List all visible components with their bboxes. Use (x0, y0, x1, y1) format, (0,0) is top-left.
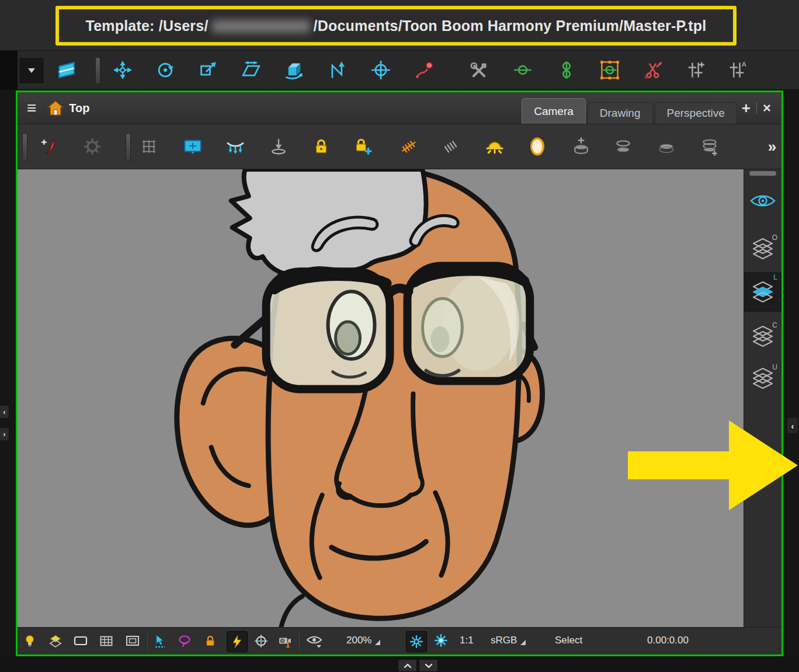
lock-and-add-button[interactable] (352, 135, 375, 158)
strip-scrollbar[interactable] (749, 171, 776, 176)
light-table-button[interactable] (483, 135, 506, 158)
animation-toolbar: c A (0, 50, 799, 90)
toolbar-grip[interactable] (126, 133, 131, 161)
eye-menu-icon (306, 634, 322, 648)
cut-motion-keyframe-button[interactable]: c (641, 58, 665, 82)
zoom-level-dropdown[interactable]: 200% (346, 635, 380, 646)
scroll-down-button[interactable] (419, 659, 438, 672)
visibility-menu-button[interactable] (306, 634, 322, 648)
camera-frame-toggle[interactable] (74, 634, 88, 648)
light-table-toggle[interactable] (23, 634, 37, 648)
view-mode-line-art[interactable]: L (744, 272, 781, 312)
onion-skin-marker-icon (513, 61, 532, 79)
preview-eye-button[interactable] (750, 191, 776, 213)
tab-perspective[interactable]: Perspective (655, 102, 737, 124)
lock-plus-icon (354, 137, 373, 156)
view-mode-underlay[interactable]: U (744, 362, 781, 395)
workspace-dropdown-button[interactable] (19, 57, 44, 84)
color-space-dropdown[interactable]: sRGB (491, 635, 526, 646)
select-cursor-toggle[interactable] (153, 634, 167, 648)
view-mode-letter: U (772, 363, 777, 371)
add-view-button[interactable]: + (742, 99, 751, 117)
tab-camera[interactable]: Camera (522, 98, 586, 124)
motion-path-tool-button[interactable] (413, 58, 436, 82)
focus-target-toggle[interactable] (254, 634, 268, 648)
render-view-toggle[interactable] (406, 631, 427, 652)
rotate-3d-icon (285, 61, 304, 79)
outline-all-button[interactable] (439, 135, 463, 158)
drawing-on-top-toggle[interactable] (48, 634, 62, 648)
camera-canvas[interactable] (18, 169, 744, 627)
onion-skin-marker-button[interactable] (511, 58, 534, 82)
layer-stack-icon (751, 367, 774, 389)
mirror-view-button[interactable] (526, 135, 549, 158)
orange-hatch-icon (399, 137, 418, 156)
current-view-label: Top (69, 102, 89, 115)
toolbar-overflow-button[interactable]: » (760, 135, 784, 158)
lasso-icon (178, 634, 192, 648)
chevron-left-icon: ‹ (3, 408, 5, 416)
set-ease-multiple-button[interactable]: A (725, 58, 749, 82)
lock-toggle[interactable] (203, 634, 217, 648)
scroll-up-button[interactable] (398, 659, 417, 672)
table-grid-icon (99, 634, 113, 648)
view-mode-color-art[interactable]: C (744, 320, 781, 353)
left-panel-expand-handle[interactable]: › (0, 428, 9, 440)
grid-toggle[interactable] (99, 634, 113, 648)
center-pivot-button[interactable] (369, 58, 392, 82)
side-view-button[interactable] (55, 58, 78, 82)
header-divider (756, 102, 757, 114)
safe-area-toggle[interactable] (126, 634, 140, 648)
camera-mask-button[interactable] (181, 135, 204, 158)
layer-disc-add-button[interactable] (569, 135, 593, 158)
lightning-bolt-icon (230, 635, 244, 649)
flower-icon (433, 633, 449, 648)
left-panel-collapse-handle[interactable]: ‹ (0, 406, 9, 418)
rotate-tool-button[interactable] (154, 58, 177, 82)
view-mode-outline[interactable]: O (744, 232, 781, 265)
disc-pair-icon (614, 137, 632, 156)
redacted-username (212, 20, 310, 33)
tool-presets-button[interactable] (467, 58, 491, 82)
gray-hatch-icon (442, 137, 460, 156)
layer-disc-stack-button[interactable] (698, 135, 721, 158)
onion-skin-selected-button[interactable] (598, 58, 621, 82)
outline-locked-button[interactable] (397, 135, 421, 158)
layer-disc-flat-button[interactable] (655, 135, 678, 158)
close-view-button[interactable]: × (763, 100, 771, 116)
transform-tool-button[interactable] (326, 58, 349, 82)
lock-button[interactable] (310, 135, 333, 158)
skew-tool-button[interactable] (239, 58, 263, 82)
translate-tool-button[interactable] (111, 58, 134, 82)
template-path-suffix: /Documents/Toon Boom Harmony Premium/Mas… (314, 18, 707, 34)
onion-skin-range-button[interactable] (555, 58, 578, 82)
view-menu-button[interactable]: ≡ (27, 99, 36, 117)
layer-disc-pair-button[interactable] (612, 135, 635, 158)
auto-light-toggle[interactable] (227, 631, 248, 652)
toolbar-grip[interactable] (22, 133, 27, 161)
lasso-mode-toggle[interactable] (178, 634, 192, 648)
rotate-3d-tool-button[interactable] (283, 58, 306, 82)
grid-toggle-button[interactable] (137, 135, 161, 158)
field-guide-icon (226, 138, 245, 155)
field-guide-button[interactable] (224, 135, 247, 158)
toolbar-grip[interactable] (95, 57, 100, 84)
right-panel-collapse-handle[interactable]: ‹ (787, 418, 798, 433)
window-title-bar: Template: /Users//Documents/Toon Boom Ha… (0, 0, 799, 50)
lock-icon (312, 138, 330, 155)
scale-tool-button[interactable] (196, 58, 220, 82)
dropdown-corner-icon (375, 640, 380, 645)
chevron-up-icon (404, 663, 412, 668)
flatten-button[interactable] (267, 135, 290, 158)
camera-selector[interactable]: 1 (278, 634, 293, 648)
set-ease-multiple-icon: A (728, 61, 746, 79)
camera-view-toolbar: » (18, 124, 781, 169)
toolbar-corner (0, 51, 18, 89)
rotate-icon (156, 61, 175, 79)
set-ease-button[interactable] (683, 58, 707, 82)
add-drawing-button[interactable] (38, 135, 61, 158)
render-options-button[interactable] (433, 633, 449, 648)
template-path-prefix: Template: /Users/ (86, 18, 209, 34)
settings-button[interactable] (81, 135, 104, 158)
tab-drawing[interactable]: Drawing (588, 102, 653, 124)
